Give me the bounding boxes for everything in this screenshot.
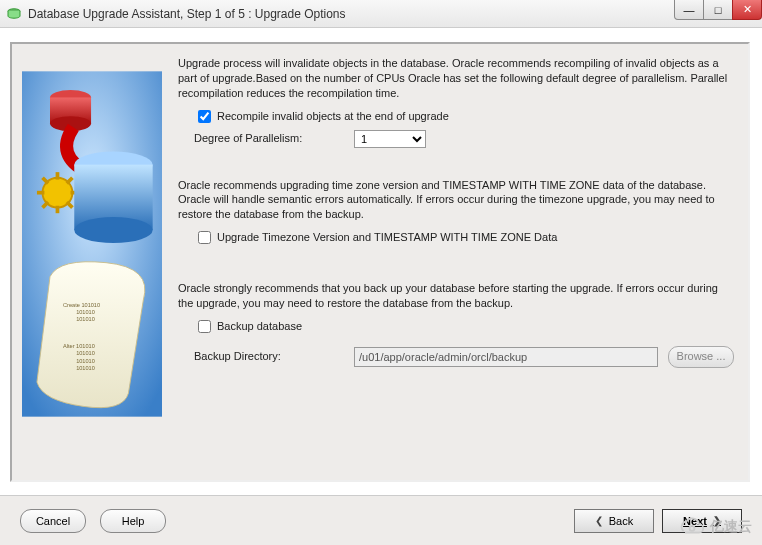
backup-checkbox-label: Backup database	[217, 319, 302, 334]
cancel-button[interactable]: Cancel	[20, 509, 86, 533]
dop-label: Degree of Parallelism:	[194, 131, 354, 146]
svg-point-17	[74, 217, 152, 243]
backup-dir-label: Backup Directory:	[194, 349, 354, 364]
recompile-checkbox[interactable]	[198, 110, 211, 123]
options-column: Upgrade process will invalidate objects …	[172, 44, 748, 480]
close-button[interactable]: ✕	[732, 0, 762, 20]
window-buttons: — □ ✕	[675, 0, 762, 20]
timezone-checkbox-label: Upgrade Timezone Version and TIMESTAMP W…	[217, 230, 557, 245]
window-title: Database Upgrade Assistant, Step 1 of 5 …	[28, 7, 346, 21]
back-label: Back	[609, 515, 633, 527]
watermark: 亿速云	[678, 517, 752, 537]
timezone-description: Oracle recommends upgrading time zone ve…	[178, 178, 734, 223]
recompile-checkbox-label: Recompile invalid objects at the end of …	[217, 109, 449, 124]
svg-text:101010: 101010	[76, 309, 95, 315]
svg-text:101010: 101010	[76, 350, 95, 356]
browse-button[interactable]: Browse ...	[668, 346, 734, 368]
title-bar: Database Upgrade Assistant, Step 1 of 5 …	[0, 0, 762, 28]
footer-bar: Cancel Help ❮ Back Next ❯	[0, 495, 762, 545]
main-panel: Create 101010 101010 101010 Alter 101010…	[10, 42, 750, 482]
svg-text:101010: 101010	[76, 358, 95, 364]
maximize-button[interactable]: □	[703, 0, 733, 20]
recompile-description: Upgrade process will invalidate objects …	[178, 56, 734, 101]
app-icon	[6, 6, 22, 22]
backup-dir-input[interactable]	[354, 347, 658, 367]
backup-description: Oracle strongly recommends that you back…	[178, 281, 734, 311]
back-arrow-icon: ❮	[595, 515, 603, 526]
minimize-button[interactable]: —	[674, 0, 704, 20]
help-button[interactable]: Help	[100, 509, 166, 533]
svg-point-25	[690, 526, 695, 531]
back-button[interactable]: ❮ Back	[574, 509, 654, 533]
svg-text:101010: 101010	[76, 365, 95, 371]
backup-checkbox[interactable]	[198, 320, 211, 333]
timezone-checkbox[interactable]	[198, 231, 211, 244]
svg-text:Alter  101010: Alter 101010	[63, 343, 95, 349]
wizard-side-image: Create 101010 101010 101010 Alter 101010…	[12, 44, 172, 480]
svg-text:101010: 101010	[76, 316, 95, 322]
svg-text:Create 101010: Create 101010	[63, 302, 100, 308]
dop-select[interactable]: 1	[354, 130, 426, 148]
